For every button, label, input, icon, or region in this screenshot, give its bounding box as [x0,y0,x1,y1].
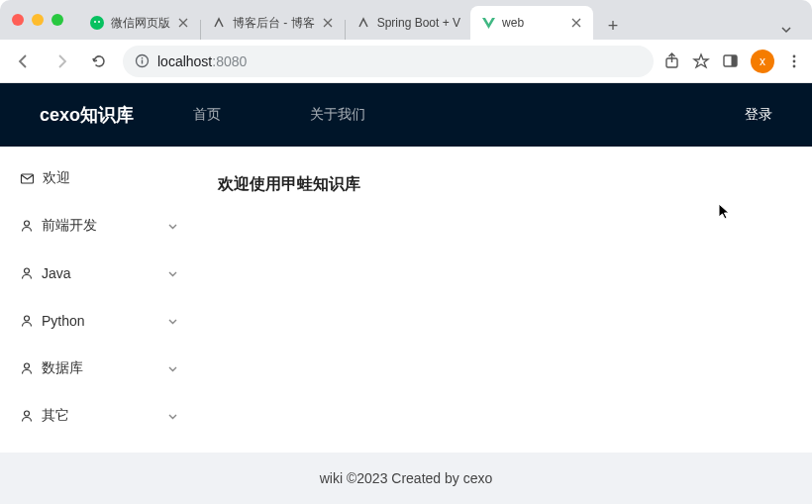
tab-3[interactable]: web [470,6,593,40]
svg-point-13 [25,221,30,226]
svg-point-1 [94,21,96,23]
sidebar-item-label: Python [42,313,85,329]
app-header: cexo知识库 首页 关于我们 登录 [0,83,812,147]
svg-rect-4 [142,60,143,64]
tab-1[interactable]: 博客后台 - 博客 [201,6,345,40]
chevron-down-icon [167,316,178,327]
tab-strip: 微信网页版 博客后台 - 博客 Spring Boot + V web + [79,0,800,40]
svg-point-9 [793,54,796,57]
svg-point-14 [25,268,30,273]
page-title: 欢迎使用甲蛙知识库 [218,174,792,195]
tab-label: Spring Boot + V [377,16,460,30]
browser-toolbar: localhost:8080 x [0,40,812,83]
footer-text: wiki ©2023 Created by cexo [320,470,493,486]
toolbar-actions: x [663,50,802,73]
sidebar-item-label: 数据库 [42,359,83,377]
sidebar-item-label: 其它 [42,407,69,425]
top-menu: 首页 关于我们 [193,106,365,124]
close-icon[interactable] [569,16,583,30]
browser-titlebar: 微信网页版 博客后台 - 博客 Spring Boot + V web + [0,0,812,40]
user-icon [20,266,34,280]
app-body: 欢迎 前端开发 Java Python 数据库 其它 欢迎使用甲蛙知识 [0,147,812,453]
main-content: 欢迎使用甲蛙知识库 [198,147,812,453]
tab-0[interactable]: 微信网页版 [79,6,200,40]
tab-2[interactable]: Spring Boot + V [346,6,470,40]
window-close-icon[interactable] [12,14,24,26]
sidebar-item-label: 前端开发 [42,217,97,235]
login-link[interactable]: 登录 [745,106,772,124]
chevron-down-icon [167,411,178,422]
user-icon [20,409,34,423]
svg-point-0 [90,16,104,30]
user-icon [20,219,34,233]
reload-button[interactable] [85,48,113,75]
window-controls [12,14,63,26]
new-tab-button[interactable]: + [599,12,627,40]
mail-icon [20,171,35,186]
svg-point-11 [793,64,796,67]
window-minimize-icon[interactable] [32,14,44,26]
sidebar-item-label: 欢迎 [43,169,70,187]
menu-icon[interactable] [786,53,802,69]
bookmark-icon[interactable] [692,52,710,70]
close-icon[interactable] [321,16,335,30]
address-bar[interactable]: localhost:8080 [123,46,654,77]
sidebar-item-database[interactable]: 数据库 [0,345,198,392]
side-panel-icon[interactable] [722,52,739,69]
url-text: localhost:8080 [157,53,247,69]
sidebar: 欢迎 前端开发 Java Python 数据库 其它 [0,147,198,453]
svg-point-17 [25,411,30,416]
sidebar-item-java[interactable]: Java [0,250,198,297]
chevron-down-icon [167,268,178,279]
share-icon[interactable] [663,52,680,69]
sidebar-item-frontend[interactable]: 前端开发 [0,202,198,250]
svg-rect-8 [732,55,738,66]
brand-title[interactable]: cexo知识库 [40,103,134,127]
site-info-icon[interactable] [135,53,150,68]
chevron-down-icon [167,363,178,374]
menu-item-about[interactable]: 关于我们 [310,106,365,124]
wechat-icon [89,15,105,31]
vue-icon [480,15,496,31]
sidebar-item-label: Java [42,265,71,281]
tab-list-button[interactable] [772,20,800,40]
tab-label: web [502,16,524,30]
site-icon [355,15,371,31]
back-button[interactable] [10,48,38,75]
tab-label: 博客后台 - 博客 [233,15,315,32]
svg-point-15 [25,316,30,321]
svg-point-2 [98,21,100,23]
svg-rect-5 [142,57,143,58]
menu-item-home[interactable]: 首页 [193,106,221,124]
sidebar-item-welcome[interactable]: 欢迎 [0,154,198,202]
profile-avatar[interactable]: x [751,50,774,73]
svg-point-10 [793,59,796,62]
user-icon [20,361,34,375]
browser-chrome: 微信网页版 博客后台 - 博客 Spring Boot + V web + [0,0,812,83]
sidebar-item-python[interactable]: Python [0,297,198,345]
forward-button[interactable] [48,48,75,75]
window-maximize-icon[interactable] [51,14,63,26]
site-icon [211,15,227,31]
user-icon [20,314,34,328]
svg-point-16 [25,363,30,368]
sidebar-item-other[interactable]: 其它 [0,392,198,440]
tab-label: 微信网页版 [111,15,170,32]
close-icon[interactable] [176,16,190,30]
chevron-down-icon [167,221,178,232]
app-footer: wiki ©2023 Created by cexo [0,453,812,504]
